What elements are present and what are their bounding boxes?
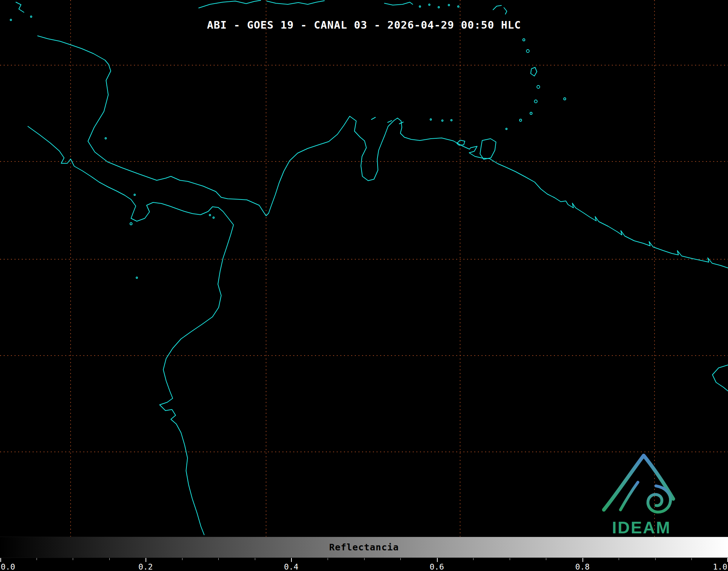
colorbar-minor-tick (655, 558, 656, 560)
colorbar-minor-tick (546, 558, 546, 560)
colorbar-minor-tick (328, 558, 328, 560)
coastline-aruba-island (371, 117, 375, 119)
hurricane-spiral-icon (648, 486, 670, 512)
coastline-caribbean-and-north-south-america-coast (38, 36, 728, 268)
small-island (523, 39, 525, 41)
coastline-guadeloupe-fragment-b (504, 8, 507, 14)
small-island (534, 100, 537, 103)
small-island (526, 50, 529, 53)
coastline-margarita-island (457, 140, 465, 145)
colorbar-minor-tick (109, 558, 110, 560)
small-island (530, 112, 532, 114)
coastline-guadeloupe-fragment-a (493, 5, 501, 10)
colorbar-tick (146, 558, 146, 562)
colorbar-title: Reflectancia (329, 542, 399, 553)
colorbar-tick (437, 558, 438, 562)
colorbar: Reflectancia 0.00.20.40.60.81.0 (0, 537, 728, 571)
small-island (448, 4, 450, 6)
colorbar-minor-tick (37, 558, 37, 560)
colorbar-tick-label: 0.2 (138, 562, 153, 571)
small-island (130, 223, 132, 225)
small-island (429, 4, 430, 5)
small-island (136, 277, 138, 278)
ideam-logo: IDEAM (598, 451, 685, 537)
colorbar-tick-label: 0.8 (575, 562, 590, 571)
coastline-trinidad-island (480, 139, 496, 159)
coastline-hispaniola-south-coast-east (267, 1, 324, 4)
colorbar-axis: 0.00.20.40.60.81.0 (0, 558, 728, 571)
coastline-martinique-island (531, 67, 537, 76)
colorbar-minor-tick (182, 558, 182, 560)
coastline-puerto-rico-south-coast (384, 2, 413, 5)
small-island (430, 119, 432, 120)
small-island (438, 7, 439, 8)
colorbar-minor-tick (619, 558, 619, 560)
colorbar-tick (582, 558, 583, 562)
small-island (537, 85, 540, 88)
colorbar-minor-tick (691, 558, 692, 560)
colorbar-minor-tick (364, 558, 365, 560)
small-island (458, 6, 459, 7)
colorbar-minor-tick (255, 558, 255, 560)
colorbar-gradient: Reflectancia (0, 537, 728, 558)
image-title: ABI - GOES 19 - CANAL 03 - 2026-04-29 00… (0, 19, 728, 31)
small-island (30, 16, 32, 17)
small-island (419, 6, 421, 7)
small-island (519, 119, 522, 121)
small-island (451, 119, 452, 121)
colorbar-minor-tick (510, 558, 510, 560)
mountain-spiral-icon (602, 451, 681, 516)
small-island (209, 214, 211, 216)
satellite-image-viewport: ABI - GOES 19 - CANAL 03 - 2026-04-29 00… (0, 0, 728, 571)
coastline-hispaniola-south-coast-west (199, 0, 261, 8)
colorbar-tick (291, 558, 292, 562)
coastline-bay-islands-fragment (16, 2, 24, 12)
coastline-amazon-mouth-coast (712, 365, 728, 391)
ideam-logo-text: IDEAM (598, 518, 685, 537)
colorbar-minor-tick (473, 558, 474, 560)
colorbar-minor-tick (73, 558, 73, 560)
colorbar-tick (0, 558, 1, 562)
colorbar-tick-label: 0.4 (284, 562, 299, 571)
coastline-pacific-coast-central-south-america (28, 126, 233, 535)
small-island (134, 194, 135, 196)
colorbar-minor-tick (218, 558, 219, 560)
small-island (442, 120, 443, 121)
small-island (564, 98, 566, 100)
small-island (105, 138, 106, 139)
coastline-curacao-island (388, 121, 392, 122)
small-island (213, 217, 214, 218)
small-island (506, 128, 507, 130)
colorbar-tick-label: 1.0 (713, 562, 727, 571)
colorbar-tick-label: 0.0 (1, 562, 15, 571)
colorbar-minor-tick (400, 558, 401, 560)
colorbar-tick-label: 0.6 (430, 562, 444, 571)
